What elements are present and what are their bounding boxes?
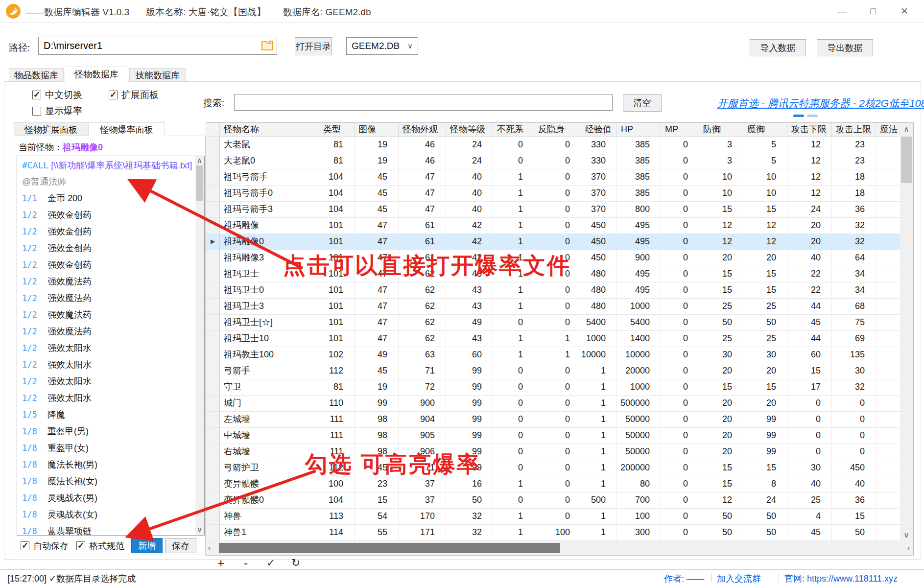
scroll-right-icon[interactable]: › — [907, 541, 910, 554]
table-row[interactable]: ▶祖玛雕像010147614210450495012122032 — [206, 234, 913, 250]
cell[interactable] — [876, 379, 900, 395]
cell[interactable]: 0 — [661, 137, 699, 153]
cell[interactable] — [876, 202, 900, 217]
cell[interactable]: 0 — [661, 282, 699, 298]
cell[interactable]: 0 — [661, 428, 699, 444]
cell[interactable]: 385 — [617, 186, 661, 201]
cell[interactable]: 111 — [319, 428, 355, 444]
cell[interactable]: 25 — [699, 299, 743, 314]
cell[interactable]: 12 — [699, 492, 743, 508]
cell[interactable]: 42 — [446, 218, 493, 234]
cell[interactable]: 45 — [355, 363, 399, 379]
cell[interactable]: 99 — [743, 428, 787, 444]
cell[interactable]: 42 — [446, 234, 493, 250]
cell[interactable]: 480 — [581, 282, 617, 298]
cell[interactable]: 43 — [446, 299, 493, 314]
cell[interactable]: 1 — [581, 444, 617, 460]
cell[interactable]: 0 — [534, 186, 581, 201]
scroll-thumb[interactable] — [901, 137, 912, 183]
cell[interactable]: 25 — [699, 331, 743, 347]
cell[interactable]: 20 — [787, 218, 832, 234]
tab-skill-db[interactable]: 技能数据库 — [129, 68, 186, 82]
cell[interactable]: 100 — [534, 525, 581, 540]
cell[interactable]: 80 — [617, 476, 661, 492]
drop-list-item[interactable]: 1/1金币 200 — [17, 190, 204, 207]
cell[interactable]: 700 — [617, 492, 661, 508]
cell[interactable]: 200000 — [617, 460, 661, 476]
cell[interactable]: 40 — [787, 250, 832, 266]
cell[interactable]: 98 — [355, 428, 399, 444]
cell[interactable]: 25 — [743, 331, 787, 347]
table-row[interactable]: 祖玛教主1001024963601110000100000303060135 — [206, 347, 913, 363]
cell[interactable]: 0 — [661, 476, 699, 492]
cell[interactable]: 大老鼠0 — [220, 153, 319, 169]
table-row[interactable]: 祖玛弓箭手010445474010370385010101218 — [206, 186, 913, 202]
extend-panel-row[interactable]: 扩展面板 — [109, 89, 159, 101]
author-link[interactable]: 作者: —— — [664, 573, 704, 585]
cell[interactable]: 祖玛弓箭手 — [220, 169, 319, 185]
cell[interactable]: 8 — [743, 476, 787, 492]
cell[interactable]: 12 — [787, 137, 832, 153]
join-group-link[interactable]: 加入交流群 — [717, 573, 761, 585]
cell[interactable]: 1 — [581, 396, 617, 411]
cell[interactable]: 祖玛弓箭手3 — [220, 202, 319, 217]
scroll-up-icon[interactable]: ∧ — [900, 123, 913, 136]
cell[interactable] — [876, 412, 900, 427]
table-row[interactable]: 祖玛弓箭手10445474010370385010101218 — [206, 169, 913, 186]
cell[interactable]: 0 — [534, 169, 581, 185]
cell[interactable]: 385 — [617, 137, 661, 153]
scroll-down-icon[interactable]: ∨ — [900, 530, 913, 540]
cell[interactable]: 47 — [399, 202, 446, 217]
cell[interactable]: 10 — [699, 186, 743, 201]
cell[interactable]: 1 — [493, 347, 534, 363]
cell[interactable]: 0 — [661, 250, 699, 266]
close-button[interactable]: ✕ — [897, 4, 912, 19]
cell[interactable]: 81 — [319, 379, 355, 395]
cell[interactable] — [876, 331, 900, 347]
cell[interactable]: 0 — [534, 234, 581, 250]
cell[interactable]: 385 — [617, 169, 661, 185]
carousel-dash[interactable] — [807, 115, 818, 117]
cell[interactable]: 0 — [493, 396, 534, 411]
cell[interactable]: 50 — [743, 509, 787, 524]
column-header[interactable]: 怪物等级 — [446, 123, 493, 137]
column-header[interactable]: 经验值 — [581, 123, 617, 137]
cell[interactable]: 1 — [493, 234, 534, 250]
cell[interactable]: 69 — [832, 331, 876, 347]
cell[interactable]: 60 — [787, 347, 832, 363]
official-site-link[interactable]: 官网: https://www.118111.xyz — [784, 573, 898, 585]
cell[interactable]: 15 — [355, 492, 399, 508]
cell[interactable]: 中城墙 — [220, 428, 319, 444]
cell[interactable]: 0 — [661, 525, 699, 540]
cell[interactable]: 22 — [787, 282, 832, 298]
cell[interactable] — [876, 428, 900, 444]
column-header[interactable]: 防御 — [699, 123, 743, 137]
cell[interactable]: 170 — [399, 509, 446, 524]
promo-ad-link[interactable]: 开服首选 - 腾讯云特惠服务器 - 2核2G低至108 — [717, 96, 924, 110]
cell[interactable]: 大老鼠 — [220, 137, 319, 153]
scroll-down-icon[interactable]: ∨ — [195, 526, 204, 534]
cell[interactable]: 101 — [319, 299, 355, 314]
cell[interactable]: 1400 — [617, 331, 661, 347]
table-row[interactable]: 祖玛卫士[☆]1014762490054005400050504575 — [206, 315, 913, 331]
cell[interactable]: 450 — [581, 218, 617, 234]
cell[interactable]: 15 — [743, 460, 787, 476]
cell[interactable] — [876, 509, 900, 524]
minimize-button[interactable]: — — [834, 4, 849, 19]
cell[interactable]: 0 — [534, 282, 581, 298]
cell[interactable]: 32 — [832, 218, 876, 234]
cell[interactable]: 祖玛卫士[☆] — [220, 315, 319, 330]
cell[interactable]: 495 — [617, 218, 661, 234]
cell[interactable]: 50 — [743, 315, 787, 330]
cell[interactable]: 495 — [617, 266, 661, 282]
cell[interactable]: 15 — [699, 202, 743, 217]
cell[interactable]: 0 — [534, 460, 581, 476]
cell[interactable]: 500 — [581, 492, 617, 508]
table-row[interactable]: 中城墙1119890599001500000209900 — [206, 428, 913, 444]
cell[interactable]: 171 — [399, 525, 446, 540]
cell[interactable]: 1 — [493, 476, 534, 492]
cell[interactable]: 4 — [787, 509, 832, 524]
column-header[interactable]: 怪物名称 — [220, 123, 319, 137]
cell[interactable]: 55 — [355, 525, 399, 540]
cell[interactable]: 34 — [832, 282, 876, 298]
